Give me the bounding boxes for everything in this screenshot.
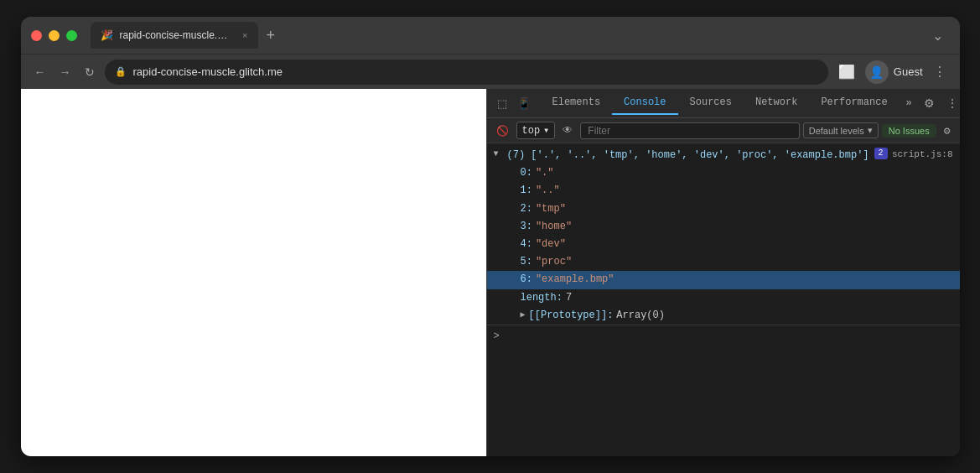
minimize-button[interactable] [49, 30, 60, 41]
item-key-0: 0: [521, 165, 532, 181]
length-key: length: [521, 290, 563, 306]
toolbar-right: ⬜ 👤 Guest ⋮ [835, 60, 950, 84]
console-array-row[interactable]: ▼ (7) ['.', '..', 'tmp', 'home', 'dev', … [487, 147, 960, 164]
devtools-more-icon[interactable]: ⋮ [941, 93, 960, 113]
item-key-3: 3: [521, 219, 532, 235]
address-input[interactable] [133, 65, 818, 78]
console-input[interactable] [505, 330, 953, 342]
close-button[interactable] [31, 30, 42, 41]
page-content [21, 89, 486, 456]
context-selector[interactable]: top ▾ [516, 122, 556, 139]
devtools-tab-list: Elements Console Sources Network Perform… [541, 91, 919, 115]
prototype-expand-icon[interactable]: ▶ [521, 309, 526, 322]
context-label: top [522, 125, 541, 137]
tab-elements[interactable]: Elements [541, 91, 613, 115]
forward-button[interactable]: → [56, 62, 75, 82]
prototype-val: Array(0) [616, 308, 665, 324]
no-issues-button[interactable]: No Issues [882, 124, 936, 138]
length-property: length: 7 [487, 289, 960, 307]
prototype-row[interactable]: ▶ [[Prototype]]: Array(0) [487, 307, 960, 325]
item-row-4: 4: "dev" [487, 236, 960, 253]
item-key-4: 4: [521, 236, 532, 252]
new-tab-button[interactable]: + [260, 25, 283, 46]
item-row-1: 1: ".." [487, 182, 960, 200]
devtools-settings-icon[interactable]: ⚙ [919, 93, 940, 113]
filter-input[interactable] [580, 122, 799, 139]
item-val-0: "." [536, 165, 554, 181]
content-area: ⬚ 📱 Elements Console Sources Network Per… [21, 89, 960, 456]
item-row-5: 5: "proc" [487, 253, 960, 271]
item-row-3: 3: "home" [487, 218, 960, 236]
active-tab[interactable]: 🎉 rapid-concise-muscle.glitch.m… × [91, 22, 258, 49]
item-val-1: ".." [536, 183, 560, 199]
tab-bar: 🎉 rapid-concise-muscle.glitch.m… × + [91, 22, 919, 49]
array-badge: 2 [874, 148, 888, 159]
item-val-3: "home" [536, 219, 572, 235]
item-row-6: 6: "example.bmp" [487, 271, 960, 288]
browser-window: 🎉 rapid-concise-muscle.glitch.m… × + ⌄ ←… [21, 17, 960, 456]
reload-button[interactable]: ↻ [81, 62, 98, 82]
default-levels-button[interactable]: Default levels ▾ [803, 122, 879, 138]
tab-sources[interactable]: Sources [678, 91, 744, 115]
devtools-console-toolbar: 🚫 top ▾ 👁 Default levels ▾ No Issues ⚙ [487, 118, 960, 143]
console-input-row: > [487, 325, 960, 348]
eye-icon[interactable]: 👁 [558, 122, 577, 139]
traffic-lights [31, 30, 77, 41]
levels-dropdown-arrow: ▾ [868, 125, 873, 136]
account-icon: 👤 [865, 60, 889, 84]
expand-arrow[interactable]: ▼ [494, 148, 499, 161]
tab-network[interactable]: Network [744, 91, 809, 115]
item-val-6: "example.bmp" [536, 272, 614, 288]
tab-close-icon[interactable]: × [242, 30, 247, 40]
account-label: Guest [894, 65, 923, 78]
account-button[interactable]: 👤 Guest [865, 60, 923, 84]
maximize-button[interactable] [66, 30, 77, 41]
console-output: ▼ (7) ['.', '..', 'tmp', 'home', 'dev', … [487, 143, 960, 456]
context-dropdown-arrow: ▾ [543, 124, 549, 137]
device-toolbar-icon[interactable]: 📱 [514, 94, 534, 113]
default-levels-label: Default levels [809, 126, 864, 136]
inspect-element-icon[interactable]: ⬚ [494, 94, 511, 113]
tab-performance[interactable]: Performance [809, 91, 899, 115]
tab-console[interactable]: Console [612, 91, 677, 115]
item-key-2: 2: [521, 201, 532, 217]
window-controls: ⌄ [926, 24, 950, 47]
devtools-panel: ⬚ 📱 Elements Console Sources Network Per… [486, 89, 960, 456]
item-row-0: 0: "." [487, 164, 960, 182]
address-bar-container: 🔒 [105, 60, 828, 85]
devtools-tabs: ⬚ 📱 Elements Console Sources Network Per… [487, 89, 960, 118]
title-bar: 🎉 rapid-concise-muscle.glitch.m… × + ⌄ [21, 17, 960, 54]
source-link[interactable]: script.js:8 [892, 148, 953, 163]
prototype-key: [[Prototype]]: [529, 308, 614, 324]
length-val: 7 [566, 290, 572, 306]
toolbar: ← → ↻ 🔒 ⬜ 👤 Guest ⋮ [21, 54, 960, 89]
more-tabs-button[interactable]: » [900, 94, 919, 112]
clear-console-icon[interactable]: 🚫 [492, 122, 513, 139]
cast-button[interactable]: ⬜ [835, 60, 858, 83]
console-prompt: > [494, 329, 500, 345]
item-val-5: "proc" [536, 254, 572, 270]
devtools-settings-buttons: ⚙ ⋮ ✕ [919, 93, 960, 113]
array-summary: (7) ['.', '..', 'tmp', 'home', 'dev', 'p… [507, 148, 869, 164]
item-key-6: 6: [521, 272, 532, 288]
lock-icon: 🔒 [115, 66, 127, 77]
item-key-5: 5: [521, 254, 532, 270]
item-val-2: "tmp" [536, 201, 566, 217]
console-settings-icon[interactable]: ⚙ [940, 122, 955, 140]
tab-favicon: 🎉 [101, 29, 113, 41]
item-row-2: 2: "tmp" [487, 200, 960, 218]
more-options-button[interactable]: ⋮ [930, 60, 950, 83]
back-button[interactable]: ← [31, 62, 49, 82]
item-val-4: "dev" [536, 236, 566, 252]
devtools-icons-left: ⬚ 📱 [490, 94, 537, 113]
tab-title: rapid-concise-muscle.glitch.m… [120, 29, 233, 41]
item-key-1: 1: [521, 183, 532, 199]
